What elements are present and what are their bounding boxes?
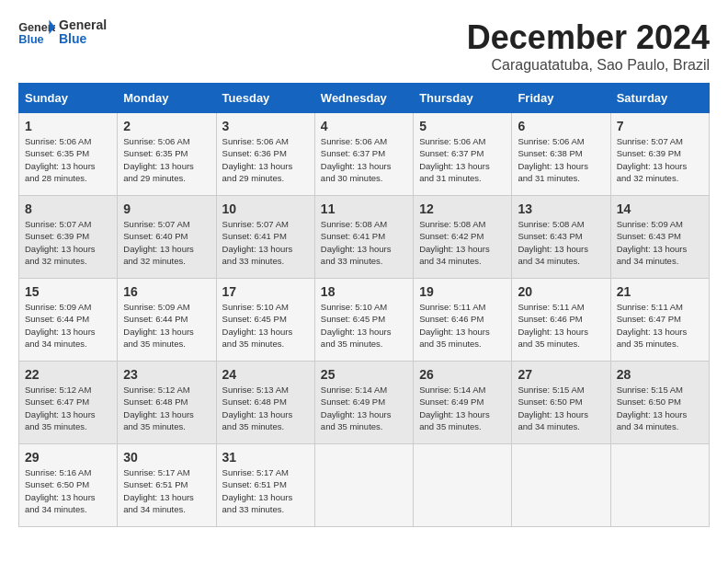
day-info: Sunrise: 5:07 AM Sunset: 6:39 PM Dayligh… (617, 135, 703, 184)
day-number: 19 (419, 284, 506, 299)
table-cell: 12Sunrise: 5:08 AM Sunset: 6:42 PM Dayli… (414, 196, 512, 279)
day-number: 3 (222, 119, 309, 133)
day-number: 11 (321, 201, 407, 216)
calendar-week-row: 22Sunrise: 5:12 AM Sunset: 6:47 PM Dayli… (19, 362, 710, 444)
day-info: Sunrise: 5:11 AM Sunset: 6:46 PM Dayligh… (518, 301, 604, 350)
calendar-header-row: Sunday Monday Tuesday Wednesday Thursday… (19, 84, 710, 113)
day-number: 15 (25, 284, 111, 299)
day-number: 17 (222, 284, 309, 299)
table-cell: 5Sunrise: 5:06 AM Sunset: 6:37 PM Daylig… (414, 113, 512, 196)
table-cell: 18Sunrise: 5:10 AM Sunset: 6:45 PM Dayli… (314, 279, 413, 362)
day-number: 7 (617, 119, 703, 133)
day-info: Sunrise: 5:09 AM Sunset: 6:44 PM Dayligh… (123, 301, 210, 350)
table-cell: 11Sunrise: 5:08 AM Sunset: 6:41 PM Dayli… (314, 196, 413, 279)
table-cell: 30Sunrise: 5:17 AM Sunset: 6:51 PM Dayli… (118, 444, 216, 527)
day-number: 27 (518, 367, 604, 382)
day-number: 9 (123, 201, 210, 216)
calendar-week-row: 29Sunrise: 5:16 AM Sunset: 6:50 PM Dayli… (19, 444, 710, 527)
day-info: Sunrise: 5:06 AM Sunset: 6:37 PM Dayligh… (419, 135, 506, 184)
col-thursday: Thursday (414, 84, 512, 113)
day-number: 31 (222, 450, 309, 465)
table-cell: 21Sunrise: 5:11 AM Sunset: 6:47 PM Dayli… (610, 279, 709, 362)
col-wednesday: Wednesday (314, 84, 413, 113)
table-cell: 19Sunrise: 5:11 AM Sunset: 6:46 PM Dayli… (414, 279, 512, 362)
table-cell: 8Sunrise: 5:07 AM Sunset: 6:39 PM Daylig… (19, 196, 118, 279)
day-number: 10 (222, 201, 309, 216)
table-cell: 17Sunrise: 5:10 AM Sunset: 6:45 PM Dayli… (216, 279, 314, 362)
day-number: 5 (419, 119, 506, 133)
day-info: Sunrise: 5:06 AM Sunset: 6:35 PM Dayligh… (25, 135, 111, 184)
day-info: Sunrise: 5:17 AM Sunset: 6:51 PM Dayligh… (222, 466, 309, 515)
title-section: December 2024 Caraguatatuba, Sao Paulo, … (467, 18, 710, 74)
table-cell: 31Sunrise: 5:17 AM Sunset: 6:51 PM Dayli… (216, 444, 314, 527)
day-number: 25 (321, 367, 407, 382)
day-info: Sunrise: 5:12 AM Sunset: 6:48 PM Dayligh… (123, 384, 210, 432)
day-info: Sunrise: 5:06 AM Sunset: 6:37 PM Dayligh… (321, 135, 407, 184)
day-info: Sunrise: 5:08 AM Sunset: 6:43 PM Dayligh… (518, 218, 604, 267)
table-cell: 20Sunrise: 5:11 AM Sunset: 6:46 PM Dayli… (512, 279, 610, 362)
table-cell: 29Sunrise: 5:16 AM Sunset: 6:50 PM Dayli… (19, 444, 118, 527)
day-info: Sunrise: 5:07 AM Sunset: 6:39 PM Dayligh… (25, 218, 111, 267)
table-cell: 9Sunrise: 5:07 AM Sunset: 6:40 PM Daylig… (118, 196, 216, 279)
table-cell: 15Sunrise: 5:09 AM Sunset: 6:44 PM Dayli… (19, 279, 118, 362)
table-cell: 7Sunrise: 5:07 AM Sunset: 6:39 PM Daylig… (610, 113, 709, 196)
table-cell: 27Sunrise: 5:15 AM Sunset: 6:50 PM Dayli… (512, 362, 610, 444)
day-number: 26 (419, 367, 506, 382)
table-cell (512, 444, 610, 527)
day-info: Sunrise: 5:13 AM Sunset: 6:48 PM Dayligh… (222, 384, 309, 432)
table-cell: 26Sunrise: 5:14 AM Sunset: 6:49 PM Dayli… (414, 362, 512, 444)
day-info: Sunrise: 5:06 AM Sunset: 6:35 PM Dayligh… (123, 135, 210, 184)
day-info: Sunrise: 5:06 AM Sunset: 6:36 PM Dayligh… (222, 135, 309, 184)
col-sunday: Sunday (19, 84, 118, 113)
page-header: General Blue General Blue December 2024 … (18, 18, 710, 74)
table-cell: 16Sunrise: 5:09 AM Sunset: 6:44 PM Dayli… (118, 279, 216, 362)
logo-blue-text: Blue (59, 32, 107, 46)
table-cell: 23Sunrise: 5:12 AM Sunset: 6:48 PM Dayli… (118, 362, 216, 444)
table-cell: 4Sunrise: 5:06 AM Sunset: 6:37 PM Daylig… (314, 113, 413, 196)
day-number: 16 (123, 284, 210, 299)
day-info: Sunrise: 5:07 AM Sunset: 6:41 PM Dayligh… (222, 218, 309, 267)
day-number: 6 (518, 119, 604, 133)
day-number: 2 (123, 119, 210, 133)
day-number: 22 (25, 367, 111, 382)
table-cell: 3Sunrise: 5:06 AM Sunset: 6:36 PM Daylig… (216, 113, 314, 196)
day-number: 18 (321, 284, 407, 299)
day-number: 4 (321, 119, 407, 133)
col-monday: Monday (118, 84, 216, 113)
logo-general-text: General (59, 18, 107, 32)
day-info: Sunrise: 5:12 AM Sunset: 6:47 PM Dayligh… (25, 384, 111, 432)
day-info: Sunrise: 5:15 AM Sunset: 6:50 PM Dayligh… (617, 384, 703, 432)
day-info: Sunrise: 5:08 AM Sunset: 6:42 PM Dayligh… (419, 218, 506, 267)
day-number: 30 (123, 450, 210, 465)
day-info: Sunrise: 5:16 AM Sunset: 6:50 PM Dayligh… (25, 466, 111, 515)
day-number: 12 (419, 201, 506, 216)
day-number: 20 (518, 284, 604, 299)
day-number: 14 (617, 201, 703, 216)
table-cell (314, 444, 413, 527)
month-title: December 2024 (467, 18, 710, 57)
table-cell: 10Sunrise: 5:07 AM Sunset: 6:41 PM Dayli… (216, 196, 314, 279)
table-cell: 6Sunrise: 5:06 AM Sunset: 6:38 PM Daylig… (512, 113, 610, 196)
logo: General Blue General Blue (18, 18, 107, 47)
svg-text:Blue: Blue (18, 33, 43, 46)
day-number: 21 (617, 284, 703, 299)
col-saturday: Saturday (610, 84, 709, 113)
day-number: 29 (25, 450, 111, 465)
table-cell (610, 444, 709, 527)
table-cell: 28Sunrise: 5:15 AM Sunset: 6:50 PM Dayli… (610, 362, 709, 444)
table-cell: 13Sunrise: 5:08 AM Sunset: 6:43 PM Dayli… (512, 196, 610, 279)
day-info: Sunrise: 5:10 AM Sunset: 6:45 PM Dayligh… (321, 301, 407, 350)
day-info: Sunrise: 5:07 AM Sunset: 6:40 PM Dayligh… (123, 218, 210, 267)
table-cell: 1Sunrise: 5:06 AM Sunset: 6:35 PM Daylig… (19, 113, 118, 196)
day-info: Sunrise: 5:06 AM Sunset: 6:38 PM Dayligh… (518, 135, 604, 184)
table-cell: 24Sunrise: 5:13 AM Sunset: 6:48 PM Dayli… (216, 362, 314, 444)
day-info: Sunrise: 5:10 AM Sunset: 6:45 PM Dayligh… (222, 301, 309, 350)
table-cell: 25Sunrise: 5:14 AM Sunset: 6:49 PM Dayli… (314, 362, 413, 444)
table-cell: 14Sunrise: 5:09 AM Sunset: 6:43 PM Dayli… (610, 196, 709, 279)
day-info: Sunrise: 5:14 AM Sunset: 6:49 PM Dayligh… (419, 384, 506, 432)
day-number: 24 (222, 367, 309, 382)
day-info: Sunrise: 5:14 AM Sunset: 6:49 PM Dayligh… (321, 384, 407, 432)
day-number: 28 (617, 367, 703, 382)
col-friday: Friday (512, 84, 610, 113)
day-number: 1 (25, 119, 111, 133)
